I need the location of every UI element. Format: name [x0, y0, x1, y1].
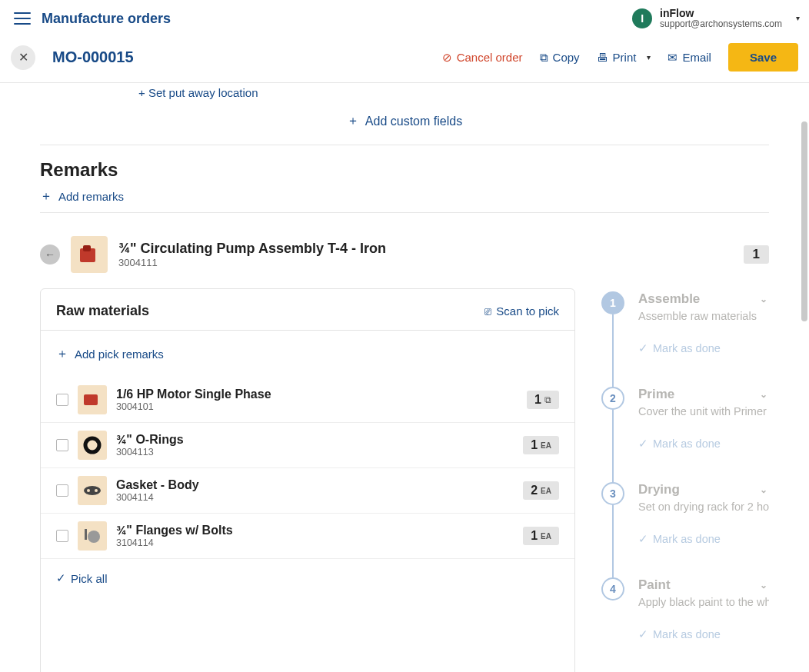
chevron-down-icon: ⌄: [760, 294, 767, 304]
material-row: ¾" O-Rings 3004113 1 EA: [41, 423, 574, 468]
copy-icon: ⧉: [540, 51, 548, 65]
raw-materials-heading: Raw materials: [56, 303, 149, 319]
email-icon: ✉: [668, 51, 677, 65]
check-icon: ✓: [638, 533, 648, 545]
pick-checkbox[interactable]: [56, 530, 68, 542]
chevron-down-icon: ▾: [796, 14, 800, 22]
plus-icon: ＋: [40, 188, 52, 205]
step-description: Cover the unit with Primer: [638, 405, 769, 418]
mark-done-button[interactable]: ✓Mark as done: [638, 437, 769, 450]
chevron-down-icon: ⌄: [760, 484, 767, 495]
svg-point-6: [95, 489, 98, 492]
step-description: Set on drying rack for 2 hours: [638, 501, 769, 513]
mark-done-button[interactable]: ✓Mark as done: [638, 342, 769, 354]
cancel-icon: ⊘: [442, 51, 452, 65]
material-thumbnail: [78, 476, 107, 505]
topbar: Manufacture orders I inFlow support@arch…: [0, 0, 809, 37]
step-header[interactable]: Prime⌄: [638, 387, 769, 402]
svg-point-4: [84, 486, 101, 495]
step-number: 4: [601, 577, 624, 600]
svg-point-3: [85, 438, 99, 452]
avatar: I: [632, 8, 652, 28]
material-name: Gasket - Body: [116, 478, 514, 492]
workflow-timeline: 1 Assemble⌄ Assemble raw materials ✓Mark…: [591, 288, 769, 659]
svg-rect-1: [83, 245, 91, 251]
add-custom-fields-link[interactable]: ＋ Add custom fields: [40, 102, 769, 140]
workflow-step: 3 Drying⌄ Set on drying rack for 2 hours…: [601, 482, 769, 577]
set-put-away-link[interactable]: + Set put away location: [138, 83, 769, 102]
chevron-down-icon: ▾: [647, 53, 651, 62]
material-row: Gasket - Body 3004114 2 EA: [41, 468, 574, 514]
cancel-order-button[interactable]: ⊘ Cancel order: [442, 51, 523, 65]
scan-to-pick-button[interactable]: ⎚ Scan to pick: [484, 304, 559, 318]
product-header: ← ¾" Circulating Pump Assembly T-4 - Iro…: [40, 236, 769, 273]
material-name: 1/6 HP Motor Single Phase: [116, 388, 518, 401]
material-row: ¾" Flanges w/ Bolts 3104114 1 EA: [41, 514, 574, 559]
plus-icon: ＋: [347, 113, 359, 129]
material-thumbnail: [78, 431, 107, 460]
step-header[interactable]: Paint⌄: [638, 577, 769, 593]
material-qty: 2 EA: [523, 481, 559, 500]
material-qty: 1 ⧉: [527, 391, 559, 409]
product-qty: 1: [744, 245, 769, 264]
material-row: 1/6 HP Motor Single Phase 3004101 1 ⧉: [41, 378, 574, 423]
copy-button[interactable]: ⧉ Copy: [540, 51, 580, 65]
material-sku: 3004101: [116, 401, 518, 412]
step-description: Apply black paint to the whole unit: [638, 596, 769, 608]
print-icon: 🖶: [597, 51, 608, 64]
back-button[interactable]: ←: [40, 245, 60, 264]
check-icon: ✓: [638, 628, 648, 640]
pick-checkbox[interactable]: [56, 439, 68, 451]
check-icon: ✓: [56, 571, 66, 585]
plus-icon: ＋: [56, 346, 68, 362]
print-button[interactable]: 🖶 Print ▾: [597, 51, 651, 64]
raw-materials-card: Raw materials ⎚ Scan to pick ＋ Add pick …: [40, 288, 575, 672]
check-icon: ✓: [638, 437, 648, 450]
step-header[interactable]: Assemble⌄: [638, 291, 769, 307]
mark-done-button[interactable]: ✓Mark as done: [638, 628, 769, 640]
action-bar: ✕ MO-000015 ⊘ Cancel order ⧉ Copy 🖶 Prin…: [0, 37, 809, 82]
order-id: MO-000015: [52, 48, 134, 66]
pick-checkbox[interactable]: [56, 484, 68, 497]
close-button[interactable]: ✕: [11, 45, 35, 70]
product-sku: 3004111: [118, 257, 733, 268]
step-description: Assemble raw materials: [638, 310, 769, 322]
material-sku: 3104114: [116, 537, 514, 548]
pick-all-button[interactable]: ✓ Pick all: [41, 559, 574, 599]
add-remarks-link[interactable]: ＋ Add remarks: [40, 185, 769, 208]
account-email: support@archonsystems.com: [660, 19, 782, 30]
account-name: inFlow: [660, 7, 782, 19]
workflow-step: 4 Paint⌄ Apply black paint to the whole …: [601, 577, 769, 659]
hamburger-menu-icon[interactable]: [14, 12, 31, 25]
barcode-icon: ⎚: [484, 304, 491, 318]
material-sku: 3004113: [116, 447, 514, 457]
workflow-step: 2 Prime⌄ Cover the unit with Primer ✓Mar…: [601, 387, 769, 482]
material-thumbnail: [78, 521, 107, 551]
add-pick-remarks-link[interactable]: ＋ Add pick remarks: [56, 343, 559, 365]
check-icon: ✓: [638, 342, 648, 354]
mark-done-button[interactable]: ✓Mark as done: [638, 533, 769, 545]
material-name: ¾" O-Rings: [116, 433, 514, 447]
svg-point-5: [87, 489, 90, 492]
step-number: 2: [601, 387, 624, 410]
product-name: ¾" Circulating Pump Assembly T-4 - Iron: [118, 241, 733, 257]
step-header[interactable]: Drying⌄: [638, 482, 769, 497]
material-qty: 1 EA: [523, 436, 559, 454]
account-menu[interactable]: I inFlow support@archonsystems.com ▾: [632, 7, 800, 30]
workflow-step: 1 Assemble⌄ Assemble raw materials ✓Mark…: [601, 291, 769, 387]
material-name: ¾" Flanges w/ Bolts: [116, 524, 514, 537]
product-thumbnail: [71, 236, 108, 273]
svg-rect-8: [85, 529, 87, 540]
section-title: Manufacture orders: [42, 11, 171, 27]
material-sku: 3004114: [116, 492, 514, 503]
pick-checkbox[interactable]: [56, 394, 68, 406]
step-number: 1: [601, 291, 624, 314]
copy-icon[interactable]: ⧉: [544, 394, 551, 405]
scrollbar[interactable]: [801, 83, 807, 672]
save-button[interactable]: Save: [728, 43, 798, 72]
email-button[interactable]: ✉ Email: [668, 51, 711, 65]
material-thumbnail: [78, 385, 107, 414]
chevron-down-icon: ⌄: [760, 389, 767, 400]
step-number: 3: [601, 482, 624, 505]
material-qty: 1 EA: [523, 527, 559, 545]
